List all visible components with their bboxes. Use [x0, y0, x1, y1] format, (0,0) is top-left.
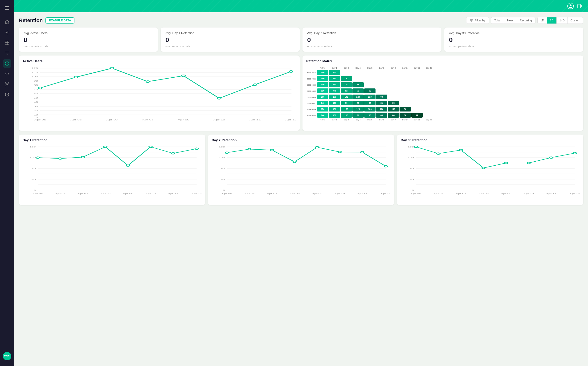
svg-text:Day 4: Day 4: [356, 119, 361, 121]
retention-charts-row: Day 1 Retention 160 120 80 40: [19, 135, 583, 205]
page-header: Retention EXAMPLE DATA Filter by Total N…: [19, 17, 583, 24]
stat-cards: Avg. Active Users 0 no comparison data A…: [19, 28, 583, 52]
svg-text:Apr 10: Apr 10: [524, 193, 534, 195]
svg-text:80: 80: [32, 168, 36, 170]
main-content: Retention EXAMPLE DATA Filter by Total N…: [14, 0, 588, 366]
svg-text:150: 150: [333, 71, 336, 74]
example-data-button[interactable]: EXAMPLE DATA: [46, 17, 74, 23]
svg-text:72: 72: [357, 90, 359, 92]
svg-text:80: 80: [34, 84, 38, 86]
retention-icon[interactable]: [3, 59, 11, 68]
day30-retention-card: Day 30 Retention 160 120 80 40 0: [397, 135, 583, 205]
retention-matrix-title: Retention Matrix: [306, 59, 580, 63]
page-header-left: Retention EXAMPLE DATA: [19, 17, 74, 23]
svg-text:Day 14: Day 14: [402, 67, 408, 69]
filter-by-button[interactable]: Filter by: [466, 17, 489, 24]
network-icon[interactable]: [3, 80, 11, 88]
filter-tab-recurring[interactable]: Recurring: [516, 17, 535, 23]
svg-point-249: [459, 149, 463, 151]
svg-text:160: 160: [219, 146, 225, 148]
svg-point-218: [248, 148, 251, 150]
filter-tabs: Total New Recurring: [491, 17, 535, 24]
svg-point-46: [217, 97, 221, 99]
svg-text:40: 40: [32, 178, 36, 180]
box-icon[interactable]: [3, 90, 11, 99]
svg-text:140: 140: [344, 96, 348, 98]
svg-point-191: [126, 165, 130, 167]
svg-text:Active: Active: [320, 67, 325, 69]
grid-icon[interactable]: [3, 38, 11, 47]
svg-text:0: 0: [223, 189, 225, 191]
svg-text:85: 85: [357, 84, 359, 86]
svg-rect-7: [7, 43, 9, 45]
svg-text:92: 92: [333, 90, 336, 92]
svg-text:Apr 07: Apr 07: [106, 119, 118, 121]
svg-point-193: [172, 153, 175, 154]
svg-text:Day 2: Day 2: [344, 67, 349, 69]
time-14d[interactable]: 14D: [557, 17, 568, 23]
day7-retention-card: Day 7 Retention 160 120 80 40 0: [208, 135, 394, 205]
svg-text:120: 120: [380, 108, 383, 110]
svg-point-12: [5, 85, 6, 86]
filter-tab-new[interactable]: New: [504, 17, 516, 23]
svg-point-9: [7, 84, 8, 85]
time-filter-group: 1D 7D 14D Custom: [537, 17, 583, 24]
svg-text:Apr 10: Apr 10: [334, 193, 345, 195]
stat-card-active-users-title: Avg. Active Users: [24, 31, 153, 35]
settings-icon[interactable]: [3, 28, 11, 37]
svg-text:Day 21: Day 21: [414, 67, 420, 69]
svg-text:120: 120: [219, 157, 225, 159]
home-icon[interactable]: [3, 18, 11, 26]
stat-card-day7-value: 0: [307, 36, 437, 44]
day1-retention-title: Day 1 Retention: [23, 138, 201, 142]
svg-text:Apr 07: Apr 07: [267, 193, 277, 195]
svg-text:Day 4: Day 4: [356, 67, 361, 69]
svg-text:120: 120: [408, 157, 414, 159]
user-icon[interactable]: [567, 3, 574, 9]
svg-text:Day 6: Day 6: [379, 67, 384, 69]
svg-text:Apr 08: Apr 08: [478, 193, 489, 195]
stat-card-day1-title: Avg. Day 1 Retention: [165, 31, 295, 35]
svg-text:80: 80: [369, 114, 371, 116]
svg-text:Day 1: Day 1: [332, 119, 337, 121]
svg-text:190: 190: [321, 77, 324, 80]
svg-text:Apr 06: Apr 06: [70, 119, 82, 121]
time-custom[interactable]: Custom: [568, 17, 583, 23]
code-icon[interactable]: [3, 70, 11, 78]
svg-text:Apr 05: Apr 05: [222, 193, 232, 195]
svg-point-220: [293, 161, 296, 163]
time-1d[interactable]: 1D: [538, 17, 547, 23]
svg-text:100: 100: [344, 84, 348, 86]
svg-text:Apr 10: Apr 10: [145, 193, 156, 195]
svg-text:Apr 06: Apr 06: [55, 193, 66, 195]
menu-hamburger[interactable]: [3, 4, 11, 12]
svg-text:56: 56: [404, 114, 406, 116]
svg-point-217: [225, 152, 229, 154]
svg-text:Apr 05: Apr 05: [34, 119, 46, 121]
filter-icon[interactable]: [3, 49, 11, 57]
svg-point-247: [414, 146, 417, 148]
svg-text:Apr 05: Apr 05: [32, 193, 43, 195]
svg-text:2023-04-10: 2023-04-10: [307, 84, 316, 86]
svg-rect-5: [7, 41, 9, 43]
page-title: Retention: [19, 17, 43, 23]
stat-card-day30-title: Avg. Day 30 Retention: [449, 31, 579, 35]
stat-card-day1-sub: no comparison data: [165, 45, 295, 48]
stat-card-day7-sub: no comparison data: [307, 45, 437, 48]
svg-text:80: 80: [381, 114, 383, 116]
svg-text:Apr 10: Apr 10: [214, 119, 225, 121]
svg-text:120: 120: [333, 102, 336, 104]
svg-text:170: 170: [321, 108, 324, 110]
svg-text:Apr 09: Apr 09: [312, 193, 323, 195]
svg-text:0: 0: [412, 189, 414, 191]
svg-point-224: [384, 166, 387, 167]
time-7d[interactable]: 7D: [547, 17, 556, 23]
logout-icon[interactable]: [577, 3, 583, 9]
svg-text:Apr 12: Apr 12: [381, 193, 390, 195]
filter-tab-total[interactable]: Total: [491, 17, 504, 23]
svg-text:81: 81: [381, 102, 383, 104]
stat-card-day30-value: 0: [449, 36, 579, 44]
svg-text:110: 110: [368, 96, 372, 98]
svg-text:110: 110: [321, 90, 324, 92]
svg-text:40: 40: [34, 101, 38, 103]
